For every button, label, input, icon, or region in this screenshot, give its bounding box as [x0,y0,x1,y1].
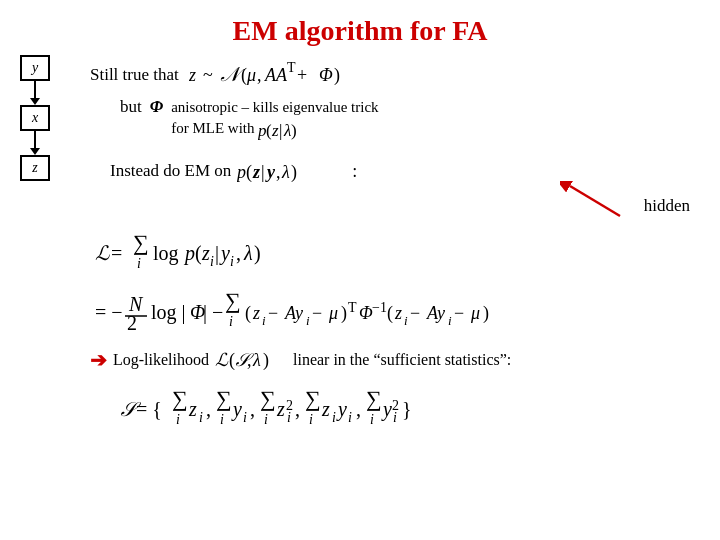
svg-text:z: z [321,398,330,420]
svg-text:Φ: Φ [319,65,333,85]
svg-text:): ) [263,350,269,371]
still-true-row: Still true that z ~ 𝒩 ( μ , AA T + Φ ) [90,57,700,93]
svg-text:): ) [254,242,261,265]
svg-text:z: z [201,242,210,264]
but-phi-row: but Φ anisotropic – kills eigenvalue tri… [120,97,700,142]
svg-text:y: y [336,398,347,421]
sufficient-stats-svg: 𝒮 = { ∑ i z i , ∑ i y i , ∑ i z 2 i [120,380,650,435]
node-z: z [20,155,50,181]
phi-symbol: Φ [150,97,163,117]
svg-text:i: i [243,410,247,425]
svg-text:i: i [306,313,310,328]
svg-text:y: y [231,398,242,421]
log-likelihood-label: Log-likelihood [113,351,209,369]
arrow-y-x [34,81,36,99]
svg-text:AA: AA [264,65,288,85]
svg-text:log |: log | [151,301,186,324]
L-S-lambda-formula: ℒ ( 𝒮 , λ ) [215,346,287,374]
svg-text:i: i [309,412,313,427]
svg-text:,: , [206,398,211,420]
svg-text:p: p [183,242,195,265]
svg-text:λ: λ [281,162,290,182]
svg-text:∑: ∑ [366,386,382,411]
svg-line-26 [570,186,620,216]
svg-text:log: log [153,242,179,265]
page: EM algorithm for FA y x z Still true tha… [0,0,720,540]
svg-text:z: z [188,398,197,420]
colon: : [352,161,357,182]
arrow-x-z [34,131,36,149]
log-likelihood-row: ➔ Log-likelihood ℒ ( 𝒮 , λ ) linear in t… [90,346,700,374]
p-z-lambda-formula: p ( z | λ ) [258,118,308,142]
svg-text:λ: λ [243,242,253,264]
svg-text:2: 2 [127,312,137,334]
svg-text:~: ~ [203,65,213,85]
svg-text:,: , [257,65,262,85]
svg-text:y: y [381,398,392,421]
svg-text:p: p [237,162,246,182]
svg-text:i: i [404,313,408,328]
still-true-label: Still true that [90,65,179,85]
svg-text:|: | [279,121,282,140]
svg-text:i: i [230,254,234,269]
svg-text:): ) [341,303,347,324]
right-arrow-icon: ➔ [90,348,107,372]
svg-text:): ) [483,303,489,324]
svg-text:i: i [176,412,180,427]
svg-text:i: i [137,256,141,271]
node-y: y [20,55,50,81]
svg-text:μ: μ [246,65,256,85]
svg-text:−: − [454,303,464,323]
svg-text:i: i [370,412,374,427]
svg-text:(: ( [245,303,251,324]
instead-label: Instead do EM on [110,161,231,181]
log-likelihood-formula-1: ℒ = ∑ i log p ( z i | y i , λ ) [95,226,700,280]
svg-text:,: , [295,398,300,420]
hidden-arrow [560,181,650,221]
svg-text:+: + [297,65,307,85]
svg-text:= {: = { [136,398,162,420]
svg-text:ℒ: ℒ [215,350,229,370]
svg-text:|: | [215,242,219,265]
svg-text:ℒ: ℒ [95,242,110,264]
svg-text:i: i [229,314,233,329]
svg-text:(: ( [195,242,202,265]
svg-text:∑: ∑ [172,386,188,411]
svg-text:z: z [189,65,196,85]
svg-text:i: i [287,410,291,425]
svg-text:y: y [265,162,276,182]
svg-text:,: , [250,398,255,420]
svg-text:∑: ∑ [216,386,232,411]
svg-text:T: T [348,300,357,315]
hidden-label: hidden [644,196,690,216]
svg-text:−1: −1 [372,300,387,315]
svg-text:(: ( [246,162,252,183]
graphical-model-diagram: y x z [20,55,50,181]
but-label: but [120,97,142,117]
svg-text:λ: λ [252,350,261,370]
svg-text:i: i [264,412,268,427]
anisotropic-text: anisotropic – kills eigenvalue trick for… [171,97,378,142]
svg-text:): ) [291,121,297,140]
svg-text:,: , [247,350,252,370]
svg-text:z: z [252,303,260,323]
svg-text:i: i [348,410,352,425]
linear-text: linear in the “sufficient statistics”: [293,351,511,369]
svg-text:,: , [356,398,361,420]
svg-text:= −: = − [95,301,123,323]
main-content: Still true that z ~ 𝒩 ( μ , AA T + Φ ) b… [90,57,700,439]
svg-text:}: } [402,398,412,420]
svg-text:T: T [287,60,296,75]
svg-text:z: z [271,121,279,140]
svg-text:): ) [291,162,297,183]
svg-text:Φ: Φ [359,303,373,323]
svg-text:−: − [410,303,420,323]
log-likelihood-formula-2: = − N 2 log | Φ | − ∑ i ( z i − Ay i − μ… [95,284,700,340]
svg-text:i: i [220,412,224,427]
svg-text:y: y [219,242,230,265]
svg-text:z: z [276,398,285,420]
p-z-y-lambda-formula: p ( z | y , λ ) [237,156,342,186]
svg-text:i: i [393,410,397,425]
svg-text:|: | [261,162,265,182]
expanded-formula-svg: = − N 2 log | Φ | − ∑ i ( z i − Ay i − μ… [95,284,655,336]
